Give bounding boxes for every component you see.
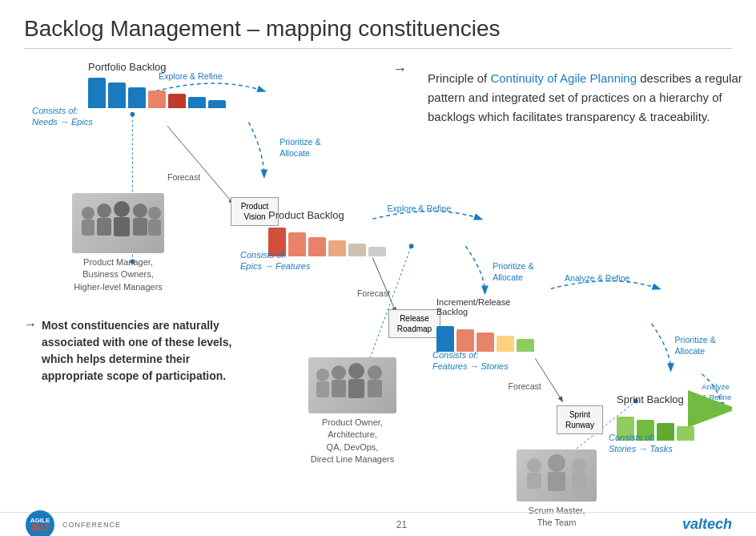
po-people-image [308,357,396,413]
sprint-runway-box: SprintRunway [557,405,603,434]
logo-area: AGILE 2013 CONFERENCE [24,509,121,537]
svg-rect-47 [572,473,586,489]
svg-text:Prioritize &: Prioritize & [493,261,533,271]
bar-2 [108,83,126,108]
principle-highlight: Continuity of Agile Planning [490,71,637,85]
increment-consists-label: Consists of: Features → Stories [432,349,509,373]
principle-text-block: Principle of Continuity of Agile Plannin… [428,61,745,135]
increment-backlog-label: Increment/ReleaseBacklog [436,297,534,316]
inc-bar-2 [456,329,474,352]
svg-rect-45 [548,472,565,491]
portfolio-consists-label: Consists of: Needs → Epics [32,105,93,128]
svg-point-28 [114,201,130,217]
managers-people-image [72,193,164,253]
bar-7 [208,100,226,108]
bar-5 [168,94,186,108]
svg-rect-27 [97,218,111,236]
sprint-backlog-label: Sprint Backlog [617,393,694,405]
svg-point-16 [131,112,135,117]
increment-backlog-section: Increment/ReleaseBacklog [436,297,534,352]
product-consists-text: Consists of: Epics → Features [240,249,310,272]
increment-backlog-bars [436,320,534,352]
sprint-consists-text: Consists of: Stories → Tasks [609,432,673,455]
svg-rect-25 [82,220,94,236]
svg-point-40 [368,365,382,380]
pb-bar-3 [308,237,326,256]
portfolio-backlog-label: Portfolio Backlog [88,61,226,73]
principle-arrow-icon: → [392,61,407,78]
svg-point-38 [348,363,364,379]
svg-point-30 [133,204,147,218]
logo-text-area: CONFERENCE [62,521,121,529]
agile-logo-svg: AGILE 2013 [24,509,56,537]
svg-rect-33 [148,220,161,236]
portfolio-consists-text: Consists of: Needs → Epics [32,105,93,128]
increment-consists-text: Consists of: Features → Stories [432,349,509,373]
svg-rect-41 [368,380,382,397]
svg-text:& Refine: & Refine [702,393,731,401]
bullet-section: → Most constituencies are naturally asso… [24,317,248,385]
bar-4 [148,91,166,108]
portfolio-backlog-section: Portfolio Backlog [88,61,226,108]
svg-text:Forecast: Forecast [357,288,390,298]
svg-text:Allocate: Allocate [674,346,705,356]
sprint-runway-label: SprintRunway [565,410,594,429]
po-group-label: Product Owner,Architecture,QA, DevOps,Di… [308,417,396,466]
svg-text:Prioritize &: Prioritize & [674,335,715,345]
sp-bar-4 [677,426,694,441]
conference-text: CONFERENCE [62,521,121,529]
content-area: Explore & Refine Prioritize & Allocate F… [24,61,732,509]
svg-text:Allocate: Allocate [493,272,523,282]
slide: Backlog Management – mapping constituenc… [0,0,756,536]
svg-rect-39 [348,379,364,398]
slide-title: Backlog Management – mapping constituenc… [24,16,732,49]
inc-bar-1 [436,326,454,352]
po-group-section: Product Owner,Architecture,QA, DevOps,Di… [308,357,396,466]
svg-text:2013: 2013 [31,523,50,532]
svg-point-24 [82,207,94,220]
svg-text:Analyze & Refine: Analyze & Refine [565,273,630,283]
principle-text-start: Principle of [428,71,490,85]
portfolio-backlog-bars [88,76,226,108]
svg-rect-29 [114,217,130,236]
svg-point-32 [148,207,161,220]
svg-rect-43 [527,473,541,489]
product-consists-label: Consists of: Epics → Features [240,249,310,272]
principle-section: → Principle of Continuity of Agile Plann… [392,61,745,135]
scrum-people-image [517,449,597,502]
pb-bar-6 [368,247,386,256]
agile-logo-container: AGILE 2013 [24,509,56,537]
svg-point-19 [409,244,414,248]
footer: AGILE 2013 CONFERENCE 21 valtech [0,512,756,536]
pb-bar-5 [348,244,366,256]
managers-group-label: Product Manager,Business Owners,Higher-l… [72,256,164,293]
svg-text:Prioritize &: Prioritize & [279,137,320,147]
bullet-arrow-icon: → [24,317,37,332]
svg-rect-37 [332,380,346,397]
release-roadmap-label: ReleaseRoadmap [397,314,432,333]
pb-bar-4 [328,240,346,256]
valtech-logo: valtech [682,516,732,533]
svg-rect-31 [133,218,147,236]
svg-point-36 [332,365,346,380]
product-vision-label: ProductVision [241,202,268,221]
svg-text:Forecast: Forecast [167,172,200,182]
sprint-consists-label: Consists of: Stories → Tasks [609,432,673,455]
inc-bar-5 [517,339,534,352]
managers-group-section: Product Manager,Business Owners,Higher-l… [72,193,164,293]
product-backlog-label: Product Backlog [268,209,386,221]
svg-point-34 [316,369,329,381]
svg-rect-35 [316,381,329,397]
bar-3 [128,87,146,108]
svg-text:Forecast: Forecast [508,381,541,391]
svg-point-26 [97,204,111,218]
svg-point-46 [572,458,586,473]
release-roadmap-box: ReleaseRoadmap [388,309,440,338]
page-number: 21 [396,519,407,530]
bar-1 [88,78,106,108]
svg-point-42 [527,458,541,473]
svg-point-44 [548,454,565,472]
svg-text:Analyze: Analyze [702,382,729,391]
svg-text:Allocate: Allocate [279,148,310,158]
bullet-text: Most constituencies are naturally associ… [42,317,248,385]
